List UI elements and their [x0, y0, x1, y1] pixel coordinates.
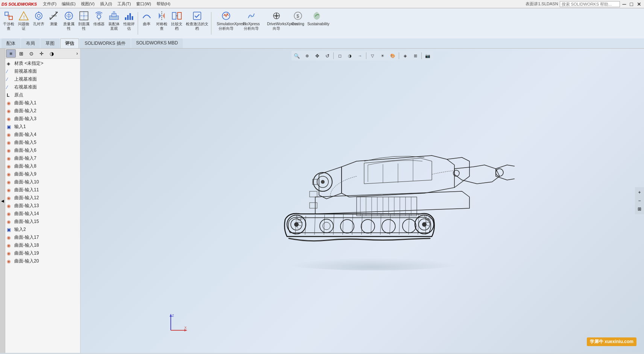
vp-scene-btn[interactable]: 🎨 — [388, 52, 397, 60]
vp-light-btn[interactable]: ☀ — [378, 52, 387, 60]
tree-surface15[interactable]: ◉ 曲面-输入15 — [5, 218, 80, 226]
tree-material[interactable]: ◈ 材质 <未指定> — [5, 60, 80, 67]
tree-surface17[interactable]: ◉ 曲面-输入17 — [5, 233, 80, 241]
svg-rect-94 — [310, 191, 317, 197]
tab-sketch[interactable]: 草图 — [41, 38, 59, 48]
svg-text:X: X — [184, 326, 187, 330]
tree-input2[interactable]: ▣ 输入2 — [5, 226, 80, 233]
vp-view-btn[interactable]: ◻ — [335, 52, 344, 60]
compare-label: 比较文档 — [171, 22, 182, 31]
tab-layout[interactable]: 布局 — [21, 38, 40, 48]
menu-window[interactable]: 窗口(W) — [134, 0, 153, 8]
close-icon[interactable]: ✕ — [636, 1, 642, 7]
tool-costing[interactable]: $ Costing — [290, 10, 305, 27]
tree-surface20[interactable]: ◉ 曲面-输入20 — [5, 257, 80, 265]
surface17-icon: ◉ — [7, 235, 13, 240]
tree-top-plane[interactable]: ∕ 上视基准面 — [5, 75, 80, 83]
tree-surface14[interactable]: ◉ 曲面-输入14 — [5, 210, 80, 218]
tree-surface18[interactable]: ◉ 曲面-输入18 — [5, 241, 80, 249]
tool-curvature[interactable]: 曲率 — [140, 10, 154, 27]
tree-surface11[interactable]: ◉ 曲面-输入11 — [5, 186, 80, 194]
tab-assembly[interactable]: 配体 — [2, 38, 20, 48]
svg-point-35 — [275, 15, 278, 17]
tree-surface13[interactable]: ◉ 曲面-输入13 — [5, 202, 80, 210]
edge-zoom-in[interactable]: + — [636, 189, 643, 196]
tool-symmetry[interactable]: 对称检查 — [155, 10, 169, 32]
sidebar-table-btn[interactable]: ⊞ — [16, 49, 26, 58]
svg-rect-32 — [193, 12, 201, 20]
tool-mass-props[interactable]: 质量属性 — [62, 10, 76, 32]
vp-pan-btn[interactable]: ✥ — [313, 52, 322, 60]
tree-surface5[interactable]: ◉ 曲面-输入5 — [5, 139, 80, 146]
vp-section-btn[interactable]: ◑ — [345, 52, 354, 60]
tree-right-plane[interactable]: ∕ 右视基准面 — [5, 83, 80, 91]
tool-section-props[interactable]: 剖面属性 — [77, 10, 91, 32]
tree-surface2[interactable]: ◉ 曲面-输入2 — [5, 107, 80, 115]
tab-sw-plugins[interactable]: SOLIDWORKS 插件 — [80, 38, 131, 48]
tab-sw-mbd[interactable]: SOLIDWORKS MBD — [131, 38, 183, 48]
tree-surface10[interactable]: ◉ 曲面-输入10 — [5, 178, 80, 186]
tree-origin[interactable]: L 原点 — [5, 91, 80, 99]
issue-label: 问题验证 — [18, 22, 29, 31]
svg-point-70 — [402, 219, 416, 233]
tool-flo-xpress[interactable]: FloXpress分析向导 — [240, 10, 263, 32]
vp-search-btn[interactable]: 🔍 — [292, 52, 301, 60]
tool-driveworks-xpress[interactable]: DriveWorksXpress向导 — [263, 10, 290, 32]
menu-tools[interactable]: 工具(T) — [115, 0, 133, 8]
search-input[interactable] — [560, 1, 620, 7]
tool-sensor[interactable]: 传感器 — [92, 10, 106, 27]
tree-surface4[interactable]: ◉ 曲面-输入4 — [5, 131, 80, 139]
vp-display-btn[interactable]: ▽ — [368, 52, 377, 60]
section-icon — [79, 11, 89, 21]
viewport[interactable]: 🔍 ⊕ ✥ ↺ ◻ ◑ → ▽ ☀ 🎨 ◈ ⊞ 📷 — [80, 49, 644, 353]
tool-issue-verify[interactable]: ! 问题验证 — [17, 10, 31, 32]
sidebar-color-btn[interactable]: ◑ — [47, 49, 56, 58]
sidebar-expand-btn[interactable]: › — [75, 51, 79, 56]
menu-view[interactable]: 视图(V) — [79, 0, 97, 8]
tree-surface8[interactable]: ◉ 曲面-输入8 — [5, 162, 80, 170]
vp-appear-btn[interactable]: ◈ — [401, 52, 410, 60]
menu-help[interactable]: 帮助(H) — [154, 0, 173, 8]
menu-file[interactable]: 文件(F) — [41, 0, 59, 8]
vp-arrow-btn[interactable]: → — [355, 52, 365, 60]
tool-check-active[interactable]: 检查激活的文档 — [185, 10, 210, 32]
tree-surface9[interactable]: ◉ 曲面-输入9 — [5, 170, 80, 178]
tool-assembly-visual[interactable]: 装配体直观 — [107, 10, 121, 32]
vp-zoom-btn[interactable]: ⊕ — [302, 52, 311, 60]
tree-surface12[interactable]: ◉ 曲面-输入12 — [5, 194, 80, 202]
interference-label: 干涉检查 — [3, 22, 14, 31]
tool-hole-align[interactable]: 孔对齐 — [32, 10, 46, 27]
minimize-icon[interactable]: ─ — [621, 1, 627, 7]
tool-simulation-xpress[interactable]: SimulationXpress分析向导 — [213, 10, 239, 32]
menu-edit[interactable]: 编辑(E) — [59, 0, 78, 8]
sidebar-collapse[interactable]: ◀ — [0, 49, 5, 353]
tool-interference-check[interactable]: 干涉检查 — [2, 10, 16, 32]
tree-surface7[interactable]: ◉ 曲面-输入7 — [5, 154, 80, 162]
tree-surface1[interactable]: ◉ 曲面-输入1 — [5, 99, 80, 107]
menu-insert[interactable]: 插入(I) — [98, 0, 114, 8]
sidebar-circle-btn[interactable]: ⊙ — [26, 49, 36, 58]
tool-performance[interactable]: 性能评估 — [122, 10, 136, 32]
tree-front-plane[interactable]: ∕ 前视基准面 — [5, 67, 80, 75]
costing-label: Costing — [292, 22, 304, 26]
tool-compare-docs[interactable]: 比较文档 — [170, 10, 184, 32]
tree-surface6[interactable]: ◉ 曲面-输入6 — [5, 146, 80, 154]
vp-decals-btn[interactable]: ⊞ — [411, 52, 420, 60]
tree-input1[interactable]: ▣ 输入1 — [5, 123, 80, 131]
edge-zoom-out[interactable]: − — [636, 197, 643, 204]
tab-evaluate[interactable]: 评估 — [60, 38, 79, 48]
restore-icon[interactable]: □ — [629, 1, 634, 7]
tool-measure[interactable]: mm 测量 — [47, 10, 61, 27]
sidebar-plus-btn[interactable]: ✛ — [36, 49, 46, 58]
surface1-label: 曲面-输入1 — [14, 100, 36, 106]
curvature-icon — [141, 11, 152, 21]
sidebar-tree-btn[interactable]: ≡ — [6, 49, 16, 58]
tree-surface3[interactable]: ◉ 曲面-输入3 — [5, 115, 80, 123]
symmetry-label: 对称检查 — [156, 22, 167, 31]
vp-camera-btn[interactable]: 📷 — [423, 52, 432, 60]
tool-sustainability[interactable]: Sustainability — [306, 10, 327, 27]
vp-rotate-btn[interactable]: ↺ — [323, 52, 332, 60]
edge-fit[interactable]: ⊞ — [636, 205, 643, 213]
tree-surface19[interactable]: ◉ 曲面-输入19 — [5, 249, 80, 257]
surface18-label: 曲面-输入18 — [14, 242, 39, 249]
